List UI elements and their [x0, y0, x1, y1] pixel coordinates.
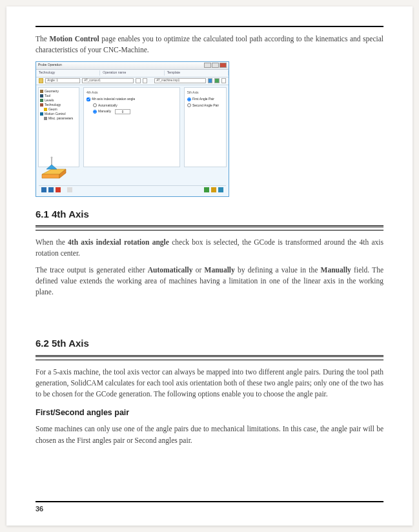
tree-item-misc-params[interactable]: Misc. parameters [40, 116, 77, 121]
tree-label: Levels [45, 98, 54, 103]
fifth-axis-panel: 5th Axis First Angle Pair Second Angle P… [184, 87, 227, 167]
txt-bold: Automatically [148, 266, 193, 274]
operation-toolbtn-2[interactable] [143, 78, 147, 83]
intro-motion-control: Motion Control [49, 35, 99, 43]
technology-combo[interactable]: Angle: 1 [45, 78, 80, 83]
minimize-button[interactable] [204, 63, 211, 68]
intro-paragraph: The Motion Control page enables you to o… [36, 34, 383, 56]
geometry-icon [40, 90, 43, 93]
tree-item-geom[interactable]: Geom [40, 107, 77, 112]
template-value: AT_machine.tmp1 [156, 79, 179, 83]
svg-marker-3 [42, 174, 59, 178]
tree-item-technology[interactable]: Technology [40, 103, 77, 107]
s62-paragraph-1: For a 5-axis machine, the tool axis vect… [36, 367, 383, 400]
h61-rule-thin [36, 230, 383, 230]
manual-value: 0 [122, 110, 124, 114]
window-controls [204, 63, 227, 68]
txt: The trace output is generated either [36, 266, 148, 274]
tree-label: Geometry [45, 89, 59, 94]
txt: When the [36, 238, 68, 246]
tree-item-motion-control[interactable]: Motion Control [40, 112, 77, 116]
geom-icon [44, 108, 47, 111]
page-number: 36 [36, 504, 43, 515]
svg-marker-5 [46, 165, 57, 169]
fourth-axis-title: 4th Axis [87, 90, 177, 96]
txt: or [192, 266, 204, 274]
s62-paragraph-2: Some machines can only use one of the an… [36, 424, 383, 446]
gcode-button[interactable] [218, 187, 223, 192]
txt-bold: Manually [321, 266, 351, 274]
simulate-button[interactable] [211, 187, 216, 192]
second-pair-row: Second Angle Pair [187, 103, 223, 108]
first-pair-row: First Angle Pair [187, 97, 223, 102]
header-labels: Technology Operation name Template [36, 70, 229, 77]
auto-radio-row: Automatically [93, 103, 177, 108]
options-button[interactable] [67, 187, 72, 192]
tree-label: Misc. parameters [48, 116, 73, 121]
heading-6-2: 6.2 5th Axis [36, 336, 383, 351]
tool-icon [40, 94, 43, 97]
indexial-label: 4th axis indexial rotation angle [92, 97, 135, 102]
template-combo[interactable]: AT_machine.tmp1 [154, 78, 206, 83]
indexial-checkbox[interactable] [87, 97, 90, 101]
label-template: Template [165, 70, 229, 76]
technology-icon [39, 78, 43, 83]
second-pair-radio[interactable] [187, 103, 191, 107]
close-button[interactable] [220, 63, 227, 68]
manual-radio-row: Manually 0 [93, 109, 177, 114]
subheading-first-second: First/Second angles pair [36, 407, 383, 419]
manual-radio[interactable] [93, 110, 97, 114]
manual-label: Manually [98, 109, 111, 114]
tree-item-geometry[interactable]: Geometry [40, 89, 77, 94]
combo-row: Angle: 1 AT_contour1 AT_machine.tmp1 [36, 77, 229, 85]
tree-label: Technology [45, 103, 61, 107]
auto-radio[interactable] [93, 103, 97, 107]
s61-paragraph-2: The trace output is generated either Aut… [36, 265, 383, 298]
calculate-button[interactable] [204, 187, 209, 192]
bottom-toolbar [39, 185, 226, 194]
h62-rule-thin [36, 360, 383, 360]
operation-combo[interactable]: AT_contour1 [82, 78, 134, 83]
levels-icon [40, 99, 43, 102]
label-operation-name: Operation name [100, 70, 164, 76]
tree-label: Tool [45, 94, 50, 98]
model-preview-icon [40, 156, 70, 182]
label-technology: Technology [36, 70, 100, 76]
tree-label: Geom [48, 107, 57, 112]
motion-control-icon [40, 112, 43, 116]
params-icon [44, 117, 47, 120]
technology-tree-icon [40, 103, 43, 107]
top-rule [36, 26, 383, 27]
tree-item-levels[interactable]: Levels [40, 98, 77, 103]
titlebar: Probe Operation [36, 62, 229, 70]
second-pair-label: Second Angle Pair [192, 103, 219, 108]
indexial-checkbox-row: 4th axis indexial rotation angle [87, 97, 177, 102]
maximize-button[interactable] [212, 63, 219, 68]
first-pair-label: First Angle Pair [192, 97, 214, 102]
txt: by defining a value in the [235, 266, 321, 274]
s61-paragraph-1: When the 4th axis indexial rotation angl… [36, 237, 383, 260]
h62-rule [36, 355, 383, 357]
template-toolbtn-1[interactable] [208, 78, 212, 83]
operation-value: AT_contour1 [84, 79, 100, 83]
probe-operation-window: Probe Operation Technology Operation nam… [36, 61, 229, 197]
auto-label: Automatically [98, 103, 118, 108]
first-pair-radio[interactable] [187, 97, 191, 101]
window-title: Probe Operation [38, 63, 62, 68]
fifth-axis-title: 5th Axis [187, 90, 223, 96]
operation-toolbtn-1[interactable] [136, 78, 140, 83]
technology-value: Angle: 1 [47, 79, 58, 83]
manual-value-field[interactable]: 0 [115, 109, 130, 114]
template-toolbtn-2[interactable] [214, 78, 219, 83]
save-exit-button[interactable] [48, 187, 54, 192]
template-toolbtn-3[interactable] [221, 78, 226, 83]
svg-point-1 [51, 156, 53, 158]
txt-bold: Manually [205, 266, 235, 274]
cancel-button[interactable] [56, 187, 61, 192]
save-button[interactable] [41, 187, 46, 192]
tree-item-tool[interactable]: Tool [40, 94, 77, 98]
fourth-axis-panel: 4th Axis 4th axis indexial rotation angl… [83, 87, 180, 167]
intro-prefix: The [36, 35, 49, 43]
tree-pane: Geometry Tool Levels Technology Geom Mot… [38, 87, 79, 167]
txt-bold: 4th axis indexial rotation angle [68, 238, 169, 246]
